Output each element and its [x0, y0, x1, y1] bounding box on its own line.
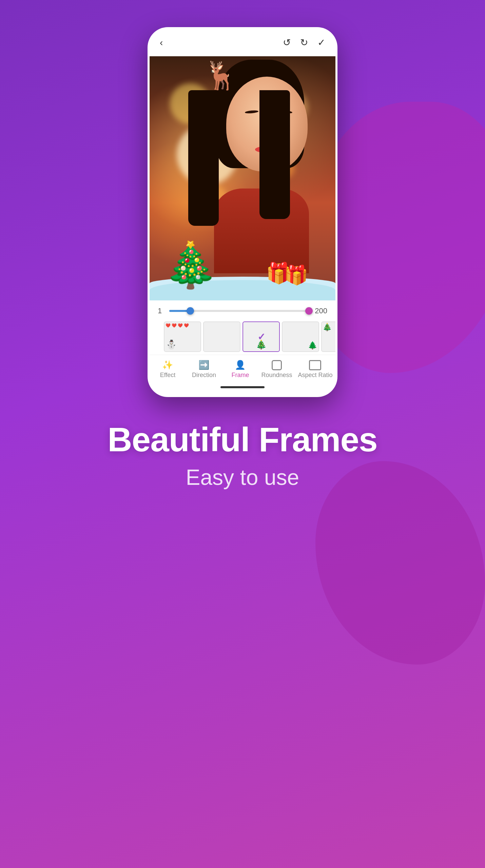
nav-direction[interactable]: ➡️ Direction — [189, 360, 219, 379]
back-button[interactable]: ‹ — [160, 38, 163, 47]
undo-button[interactable]: ↺ — [283, 38, 291, 47]
redo-button[interactable]: ↻ — [300, 38, 308, 47]
topbar-left: ‹ — [160, 38, 163, 47]
main-title: Beautiful Frames — [108, 421, 377, 458]
direction-label: Direction — [192, 372, 216, 379]
hair-left — [188, 90, 219, 226]
slider-area: 1 200 — [150, 300, 335, 319]
frames-row: ❤️❤️❤️❤️ ⛄ 🎄 ✓ 🌲 🎄 ⭐ 🌟 — [150, 319, 335, 355]
bg-decoration-2 — [315, 461, 485, 665]
aspect-label: Aspect Ratio — [298, 372, 332, 379]
frame-label: Frame — [231, 372, 249, 379]
phone-wrapper: ‹ ↺ ↻ ✓ — [148, 27, 337, 397]
direction-icon: ➡️ — [198, 360, 209, 370]
aspect-icon — [309, 360, 321, 370]
slider-max-label: 200 — [314, 307, 327, 315]
frame-corner-tl-icon: 🎄 — [323, 323, 332, 332]
frame-thumb-2[interactable] — [203, 321, 240, 352]
home-bar — [220, 386, 265, 388]
frame-thumb-4[interactable]: 🌲 — [282, 321, 319, 352]
nav-frame[interactable]: 👤 Frame — [225, 360, 255, 379]
roundness-label: Roundness — [261, 372, 292, 379]
christmas-overlay: 🎄 🎁 🎁 — [150, 233, 335, 300]
nav-aspect[interactable]: Aspect Ratio — [298, 360, 332, 379]
topbar-right: ↺ ↻ ✓ — [283, 38, 325, 47]
frame-thumb-1[interactable]: ❤️❤️❤️❤️ ⛄ — [164, 321, 201, 352]
phone-frame: ‹ ↺ ↻ ✓ — [148, 27, 337, 397]
effect-icon: ✨ — [162, 360, 173, 370]
home-indicator — [150, 382, 335, 395]
christmas-tree: 🎄 — [163, 243, 218, 287]
frame-thumb-3[interactable]: 🎄 ✓ — [242, 321, 280, 352]
sub-title: Easy to use — [108, 465, 377, 490]
phone-topbar: ‹ ↺ ↻ ✓ — [150, 29, 335, 56]
photo-area: 🦌 🎄 🎁 🎁 — [150, 56, 335, 300]
slider-thumb-right[interactable] — [305, 307, 313, 315]
frame-check-icon: ✓ — [257, 331, 265, 342]
effect-label: Effect — [160, 372, 176, 379]
nav-roundness[interactable]: Roundness — [261, 360, 292, 379]
antler-left: 🦌 — [204, 60, 238, 92]
hair-right — [259, 90, 290, 219]
gift-2: 🎁 — [285, 264, 308, 286]
frame-thumb-5[interactable]: 🎄 ⭐ 🌟 — [321, 321, 335, 352]
nav-effect[interactable]: ✨ Effect — [152, 360, 183, 379]
slider-track[interactable] — [169, 310, 309, 312]
slider-thumb-left[interactable] — [187, 307, 194, 315]
confirm-button[interactable]: ✓ — [317, 38, 325, 47]
slider-min-label: 1 — [158, 307, 164, 315]
bottom-text-area: Beautiful Frames Easy to use — [108, 421, 377, 490]
frames-scroll-left — [152, 321, 162, 352]
roundness-icon — [272, 360, 282, 370]
bottom-nav: ✨ Effect ➡️ Direction 👤 Frame Roundness … — [150, 355, 335, 382]
frame-icon: 👤 — [235, 360, 246, 370]
